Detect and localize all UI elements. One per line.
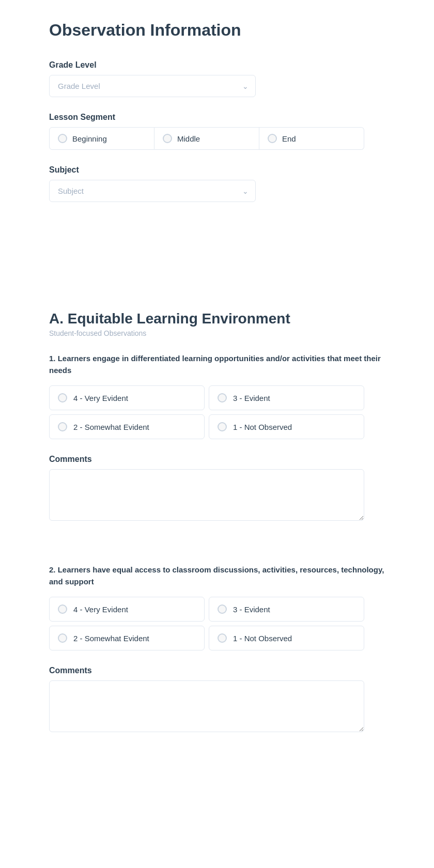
question-2-rating-3-label: 3 - Evident [233,605,270,614]
grade-level-field: Grade Level Grade Level K 1 2 3 4 5 6 7 … [49,60,385,97]
rating-circle-1-2 [58,422,67,431]
rating-circle-1-1 [218,422,227,431]
lesson-segment-end[interactable]: End [259,127,364,150]
question-1-comments-label: Comments [49,455,385,464]
question-1-title: 1. Learners engage in differentiated lea… [49,353,385,376]
rating-circle-1-3 [218,393,227,402]
question-2-rating-2-label: 2 - Somewhat Evident [73,634,149,643]
lesson-segment-middle[interactable]: Middle [154,127,259,150]
question-2-rating-4[interactable]: 4 - Very Evident [49,597,205,622]
page-container: Observation Information Grade Level Grad… [0,0,434,796]
question-2-comments-textarea[interactable] [49,680,364,732]
grade-level-select[interactable]: Grade Level K 1 2 3 4 5 6 7 8 9 10 11 12 [49,75,256,97]
rating-circle-2-1 [218,633,227,643]
question-2-title: 2. Learners have equal access to classro… [49,564,385,587]
radio-circle-end [268,134,277,143]
question-1-rating-3[interactable]: 3 - Evident [209,385,364,410]
question-2-comments-label: Comments [49,666,385,675]
question-2-rating-2[interactable]: 2 - Somewhat Evident [49,626,205,650]
lesson-segment-beginning[interactable]: Beginning [49,127,154,150]
question-1-rating-3-label: 3 - Evident [233,394,270,402]
lesson-segment-options: Beginning Middle End [49,127,364,150]
lesson-segment-beginning-label: Beginning [72,134,107,143]
question-1-rating-2-label: 2 - Somewhat Evident [73,423,149,431]
question-2-block: 2. Learners have equal access to classro… [49,564,385,755]
question-2-rating-1[interactable]: 1 - Not Observed [209,626,364,650]
lesson-segment-label: Lesson Segment [49,113,385,122]
question-1-ratings: 4 - Very Evident 3 - Evident 2 - Somewha… [49,385,364,439]
subject-label: Subject [49,165,385,175]
page-title: Observation Information [49,21,385,40]
question-1-rating-1[interactable]: 1 - Not Observed [209,414,364,439]
question-2-rating-3[interactable]: 3 - Evident [209,597,364,622]
question-1-comments-textarea[interactable] [49,469,364,521]
lesson-segment-field: Lesson Segment Beginning Middle End [49,113,385,150]
section-a-title: A. Equitable Learning Environment [49,311,385,327]
question-2-rating-4-label: 4 - Very Evident [73,605,128,614]
rating-circle-2-3 [218,605,227,614]
question-1-block: 1. Learners engage in differentiated lea… [49,353,385,544]
question-1-rating-1-label: 1 - Not Observed [233,423,292,431]
grade-level-label: Grade Level [49,60,385,70]
subject-select-wrapper: Subject Math Science English History Art… [49,180,256,202]
question-1-rating-4-label: 4 - Very Evident [73,394,128,402]
rating-circle-1-4 [58,393,67,402]
subject-field: Subject Subject Math Science English His… [49,165,385,202]
grade-level-select-wrapper: Grade Level K 1 2 3 4 5 6 7 8 9 10 11 12… [49,75,256,97]
question-1-rating-4[interactable]: 4 - Very Evident [49,385,205,410]
question-2-rating-1-label: 1 - Not Observed [233,634,292,643]
question-2-ratings: 4 - Very Evident 3 - Evident 2 - Somewha… [49,597,364,650]
section-a-subtitle: Student-focused Observations [49,329,385,337]
lesson-segment-middle-label: Middle [177,134,200,143]
radio-circle-middle [163,134,172,143]
section-a-header: A. Equitable Learning Environment Studen… [49,311,385,337]
rating-circle-2-4 [58,605,67,614]
question-1-rating-2[interactable]: 2 - Somewhat Evident [49,414,205,439]
radio-circle-beginning [58,134,67,143]
section-divider [49,218,385,311]
rating-circle-2-2 [58,633,67,643]
subject-select[interactable]: Subject Math Science English History Art… [49,180,256,202]
lesson-segment-end-label: End [282,134,296,143]
